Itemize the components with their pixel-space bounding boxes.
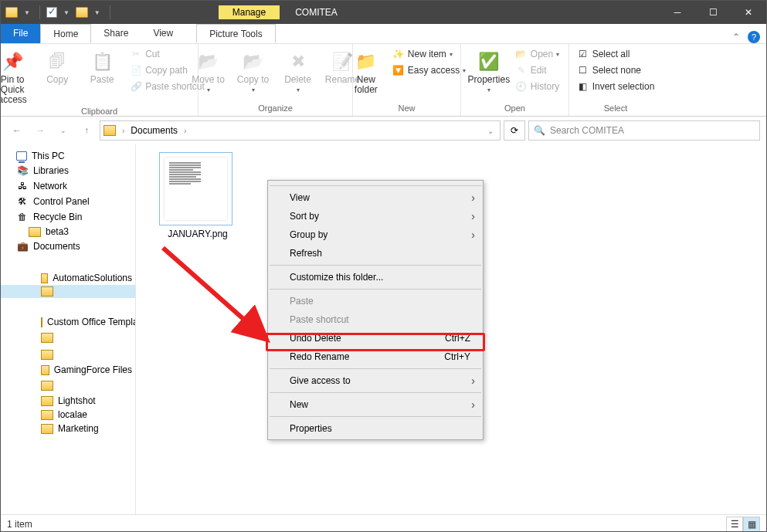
tree-recycle-bin[interactable]: 🗑Recycle Bin — [1, 209, 135, 225]
tree-documents[interactable]: 💼Documents — [1, 239, 135, 254]
select-none-button[interactable]: ☐Select none — [575, 63, 643, 77]
title-bar: ▼ ▼ ▼ Manage COMITEA ─ ☐ ✕ — [1, 1, 766, 24]
selectall-icon: ☑ — [577, 48, 589, 60]
newitem-icon: ✨ — [392, 48, 405, 60]
menu-customize[interactable]: Customize this folder... — [268, 268, 483, 286]
tree-network[interactable]: 🖧Network — [1, 178, 135, 194]
copypath-icon: 📄 — [130, 64, 142, 76]
tree-control-panel[interactable]: 🛠Control Panel — [1, 194, 135, 209]
menu-give-access[interactable]: Give access to› — [268, 371, 483, 390]
easy-access-button[interactable]: 🔽Easy access ▾ — [391, 63, 467, 77]
tree-lightshot[interactable]: Lightshot — [1, 394, 135, 408]
invert-selection-button[interactable]: ◧Invert selection — [575, 80, 657, 93]
pin-quick-access-button[interactable]: 📌Pin to Quick access — [0, 47, 32, 107]
chevron-down-icon[interactable]: ▼ — [24, 9, 30, 16]
collapse-ribbon-icon[interactable]: ⌃ — [732, 32, 740, 42]
up-button[interactable]: ↑ — [76, 120, 97, 141]
tab-file[interactable]: File — [1, 24, 40, 43]
history-icon: 🕘 — [515, 80, 528, 93]
tree-item[interactable] — [1, 346, 135, 363]
menu-refresh[interactable]: Refresh — [268, 244, 483, 263]
shortcut-label: Ctrl+Z — [445, 333, 470, 344]
chevron-down-icon[interactable]: ⌄ — [484, 127, 497, 135]
tab-view[interactable]: View — [141, 24, 185, 43]
menu-undo-delete[interactable]: Undo DeleteCtrl+Z — [268, 329, 483, 347]
tree-libraries[interactable]: 📚Libraries — [1, 163, 135, 178]
forward-button[interactable]: → — [30, 120, 50, 141]
menu-group-by[interactable]: Group by› — [268, 225, 483, 244]
edit-button[interactable]: ✎Edit — [514, 63, 561, 77]
tab-share[interactable]: Share — [91, 24, 141, 43]
controlpanel-icon: 🛠 — [16, 195, 29, 208]
documents-icon: 💼 — [16, 240, 29, 252]
back-button[interactable]: ← — [7, 120, 27, 141]
ribbon: 📌Pin to Quick access 🗐Copy 📋Paste ✂Cut 📄… — [1, 44, 766, 117]
folder-icon — [41, 333, 53, 343]
tree-beta3[interactable]: beta3 — [1, 225, 135, 239]
tab-picture-tools[interactable]: Picture Tools — [196, 24, 275, 43]
tree-item[interactable] — [1, 329, 135, 346]
easyaccess-icon: 🔽 — [392, 64, 405, 76]
paste-button[interactable]: 📋Paste — [82, 47, 122, 107]
folder-icon — [41, 396, 53, 406]
menu-new[interactable]: New› — [268, 395, 483, 414]
chevron-down-icon[interactable]: ▼ — [94, 9, 100, 16]
address-bar[interactable]: › Documents › ⌄ — [100, 120, 501, 141]
details-view-button[interactable]: ☰ — [726, 517, 743, 532]
close-button[interactable]: ✕ — [731, 1, 766, 24]
refresh-button[interactable]: ⟳ — [504, 120, 525, 141]
nav-tree[interactable]: This PC 📚Libraries 🖧Network 🛠Control Pan… — [1, 144, 136, 514]
copy-to-button[interactable]: 📂Copy to▾ — [233, 47, 273, 97]
chevron-right-icon: › — [471, 229, 475, 241]
menu-properties[interactable]: Properties — [268, 419, 483, 438]
pc-icon — [16, 151, 27, 161]
tree-this-pc[interactable]: This PC — [1, 149, 135, 163]
tree-selected-folder[interactable] — [1, 285, 135, 298]
help-icon[interactable]: ? — [748, 31, 760, 43]
recycle-icon: 🗑 — [16, 211, 29, 223]
chevron-right-icon[interactable]: › — [119, 127, 127, 135]
folder-icon[interactable] — [5, 7, 18, 18]
history-button[interactable]: 🕘History — [514, 80, 561, 93]
group-label: Organize — [258, 103, 293, 114]
newfolder-qat-icon[interactable] — [76, 7, 88, 18]
search-input[interactable]: 🔍 Search COMITEA — [528, 120, 760, 141]
select-all-button[interactable]: ☑Select all — [575, 47, 632, 61]
properties-qat-icon[interactable] — [46, 7, 57, 18]
move-to-button[interactable]: 📂Move to▾ — [188, 47, 229, 97]
tree-localae[interactable]: localae — [1, 408, 135, 422]
moveto-icon: 📂 — [196, 49, 221, 73]
chevron-down-icon[interactable]: ▼ — [63, 9, 70, 16]
chevron-right-icon: › — [471, 191, 475, 204]
recent-locations-button[interactable]: ⌄ — [53, 120, 73, 141]
tree-gaming[interactable]: GamingForce Files — [1, 363, 135, 377]
icons-view-button[interactable]: ▦ — [743, 517, 760, 532]
properties-button[interactable]: ✅Properties▾ — [469, 47, 509, 97]
menu-paste-shortcut[interactable]: Paste shortcut — [268, 310, 483, 329]
breadcrumb[interactable]: Documents — [131, 125, 178, 136]
copyto-icon: 📂 — [241, 49, 266, 73]
tree-automatic[interactable]: AutomaticSolutions — [1, 271, 135, 285]
selectnone-icon: ☐ — [577, 64, 589, 76]
folder-icon — [41, 286, 53, 296]
tree-item[interactable] — [1, 377, 135, 394]
minimize-button[interactable]: ─ — [660, 1, 695, 24]
menu-redo-rename[interactable]: Redo RenameCtrl+Y — [268, 347, 483, 366]
tab-home[interactable]: Home — [40, 24, 91, 43]
menu-view[interactable]: View› — [268, 188, 483, 207]
menu-sort-by[interactable]: Sort by› — [268, 207, 483, 225]
copy-button[interactable]: 🗐Copy — [37, 47, 77, 107]
chevron-right-icon[interactable]: › — [181, 127, 189, 135]
chevron-right-icon: › — [471, 398, 475, 411]
file-item[interactable]: JANUARY.png — [159, 152, 236, 239]
folder-icon — [29, 227, 41, 237]
delete-icon: ✖ — [286, 49, 311, 73]
open-button[interactable]: 📂Open ▾ — [514, 47, 561, 61]
tree-custom-office[interactable]: Custom Office Templates — [1, 315, 135, 329]
new-item-button[interactable]: ✨New item ▾ — [391, 47, 467, 61]
tree-marketing[interactable]: Marketing — [1, 422, 135, 435]
delete-button[interactable]: ✖Delete▾ — [278, 47, 318, 97]
maximize-button[interactable]: ☐ — [695, 1, 731, 24]
chevron-right-icon: › — [471, 210, 475, 222]
menu-paste[interactable]: Paste — [268, 292, 483, 310]
